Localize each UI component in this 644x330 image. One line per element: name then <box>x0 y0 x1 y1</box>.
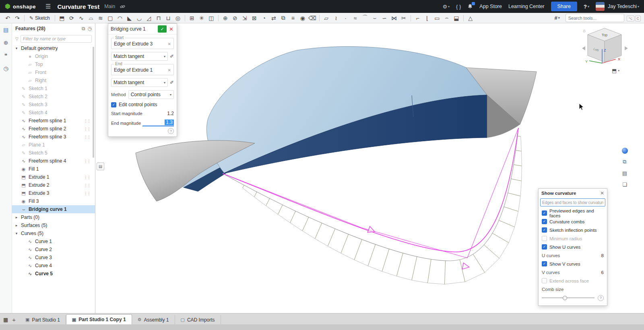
feature-list-toggle-button[interactable]: ▤ <box>97 163 104 170</box>
feature-item-plane-1[interactable]: ▱Plane 1 <box>12 141 95 149</box>
move-face-icon[interactable]: ⇄ <box>269 14 278 22</box>
workspace-name[interactable]: Main <box>104 4 115 9</box>
edit-control-points-row[interactable]: ✓ Edit control points <box>111 102 174 107</box>
feature-list-icon[interactable]: ▤ <box>3 27 8 33</box>
feature-item-freeform-spline-2[interactable]: ∿Freeform spline 2⋮⋮ <box>12 125 95 133</box>
notifications-bell-icon[interactable] <box>467 4 473 9</box>
comments-icon[interactable]: ❝ <box>4 52 8 59</box>
feature-item-bridging-curve-1[interactable]: ⌣Bridging curve 1 <box>12 205 95 213</box>
inflection-points-row[interactable]: ✓ Sketch inflection points <box>539 226 607 234</box>
feature-item-top-plane[interactable]: ▱Top <box>12 60 95 68</box>
comb-size-slider[interactable] <box>542 297 594 298</box>
curvature-help-icon[interactable]: ? <box>598 295 604 301</box>
filter-icon[interactable]: ▽ <box>15 37 19 41</box>
feature-item-freeform-spline-4[interactable]: ∿Freeform spline 4⋮⋮ <box>12 157 95 165</box>
thicken-icon[interactable]: ≋ <box>96 14 105 22</box>
share-button[interactable]: Share <box>551 2 577 11</box>
layers-icon[interactable]: ⧉ <box>621 158 629 166</box>
drag-handle-icon[interactable]: ⋮⋮ <box>84 127 90 131</box>
sketch-button[interactable]: ✎ Sketch <box>27 15 52 21</box>
rollback-history-icon[interactable]: ◷ <box>88 26 92 31</box>
projected-curve-icon[interactable]: ⌒ <box>361 14 369 22</box>
learning-center-link[interactable]: Learning Center <box>508 4 545 9</box>
fit-spline-icon[interactable]: ≈ <box>351 14 360 22</box>
composite-curve-icon[interactable]: ∽ <box>380 14 389 22</box>
surface-left-sheet[interactable] <box>136 140 255 201</box>
show-v-curves-checkbox[interactable]: ✓ <box>542 261 547 266</box>
feature-item-fill-1[interactable]: ◉Fill 1 <box>12 165 95 173</box>
search-tools-input[interactable] <box>566 14 624 22</box>
cancel-button[interactable]: ✕ <box>168 26 174 32</box>
shell-icon[interactable]: ⊔ <box>164 14 173 22</box>
variable-table-icon[interactable]: #▾ <box>554 15 559 21</box>
curve-item-2[interactable]: ∿Curve 2 <box>12 245 95 254</box>
dialog-help-icon[interactable]: ? <box>168 128 174 134</box>
user-menu[interactable]: Jay Tedeschi ▾ <box>596 2 639 11</box>
new-tab-button[interactable]: + <box>12 316 16 323</box>
intersection-curve-icon[interactable]: ⋈ <box>390 14 398 22</box>
drag-handle-icon[interactable]: ⋮⋮ <box>84 183 90 188</box>
bridging-curve-icon[interactable]: ⌣ <box>370 14 379 22</box>
minimum-radius-row[interactable]: Minimum radius <box>539 234 607 243</box>
drag-handle-icon[interactable]: ⋮⋮ <box>84 135 90 139</box>
sweep-icon[interactable]: ∿ <box>77 14 86 22</box>
curvature-combs-checkbox[interactable]: ✓ <box>542 219 547 224</box>
view-cube[interactable]: ⌂ Top Left X Y Z <box>579 25 631 75</box>
help-icon[interactable]: ?▾ <box>584 4 589 10</box>
tab-part-studio-1[interactable]: ▣ Part Studio 1 <box>20 315 66 324</box>
feature-item-sketch-1[interactable]: ✎Sketch 1 <box>12 85 95 93</box>
curve-item-4[interactable]: ∿Curve 4 <box>12 262 95 270</box>
plane-icon[interactable]: ▱ <box>322 14 331 22</box>
curvature-combs-row[interactable]: ✓ Curvature combs <box>539 217 607 226</box>
caret-down-icon[interactable]: ▾ <box>14 231 19 235</box>
caret-right-icon[interactable]: ▸ <box>14 215 19 219</box>
hole-icon[interactable]: ◎ <box>173 14 182 22</box>
delete-face-icon[interactable]: ⌫ <box>308 14 317 22</box>
bend-icon[interactable]: ⌢ <box>442 14 451 22</box>
drag-handle-icon[interactable]: ⋮⋮ <box>84 159 90 163</box>
sheet-metal-model-icon[interactable]: ⌐ <box>413 14 422 22</box>
feature-item-origin[interactable]: ◆Origin <box>12 52 95 60</box>
end-selection-group[interactable]: End Edge of Extrude 1 ✕ <box>111 64 174 75</box>
mirror-icon[interactable]: ◫ <box>207 14 216 22</box>
undo-icon[interactable]: ↶ <box>3 14 12 22</box>
tangent-handle-arrow-start[interactable] <box>367 227 376 235</box>
delete-part-icon[interactable]: ⊠ <box>250 14 259 22</box>
caret-down-icon[interactable]: ▾ <box>14 46 19 50</box>
end-magnitude-input[interactable]: 1.3 <box>142 120 174 126</box>
onshape-logo[interactable]: ⬢ onshape <box>5 3 36 10</box>
named-views-icon[interactable]: ▤ <box>621 169 629 177</box>
revolve-icon[interactable]: ⟳ <box>67 14 76 22</box>
end-tangent-select[interactable]: Match tangent ▾ <box>111 78 168 87</box>
tab-cad-imports[interactable]: ▢ CAD Imports <box>175 315 221 324</box>
feature-item-default-geometry[interactable]: ▾Default geometry <box>12 44 95 52</box>
tab-manager-icon[interactable]: ▦ <box>3 317 8 323</box>
fillet-icon[interactable]: ◠ <box>116 14 124 22</box>
extend-across-face-checkbox[interactable] <box>542 278 547 283</box>
tools-icon[interactable]: ⚙▾ <box>442 4 450 10</box>
trim-curve-icon[interactable]: ✂ <box>399 14 408 22</box>
replace-face-icon[interactable]: ⧉ <box>279 14 288 22</box>
edit-control-points-checkbox[interactable]: ✓ <box>111 102 116 107</box>
previewed-edges-checkbox[interactable]: ✓ <box>542 210 547 216</box>
feature-item-freeform-spline-3[interactable]: ∿Freeform spline 3⋮⋮ <box>12 133 95 141</box>
clear-start-icon[interactable]: ✕ <box>168 42 171 46</box>
start-selection-group[interactable]: Start Edge of Extrude 3 ✕ <box>111 38 174 49</box>
filter-input[interactable] <box>21 35 92 43</box>
extend-across-face-row[interactable]: Extend across face <box>539 276 607 285</box>
fill-icon[interactable]: ◉ <box>298 14 307 22</box>
boolean-icon[interactable]: ⊕ <box>221 14 230 22</box>
v-curves-value[interactable]: 6 <box>601 270 604 275</box>
versions-link-icon[interactable] <box>120 4 125 9</box>
feature-item-freeform-spline-1[interactable]: ∿Freeform spline 1⋮⋮ <box>12 117 95 125</box>
modify-fillet-icon[interactable]: ◔ <box>260 14 268 22</box>
feature-item-sketch-2[interactable]: ✎Sketch 2 <box>12 93 95 101</box>
tab-part-studio-1-copy-1[interactable]: ▣ Part Studio 1 Copy 1 <box>66 314 132 324</box>
appearance-sphere-icon[interactable] <box>621 146 629 155</box>
rib-icon[interactable]: ⊓ <box>154 14 163 22</box>
curve-item-1[interactable]: ∿Curve 1 <box>12 237 95 245</box>
u-curves-value[interactable]: 8 <box>601 253 604 258</box>
tangent-handle-arrow-end[interactable] <box>462 263 470 270</box>
caret-right-icon[interactable]: ▸ <box>14 223 19 227</box>
close-icon[interactable]: ✕ <box>600 190 604 196</box>
